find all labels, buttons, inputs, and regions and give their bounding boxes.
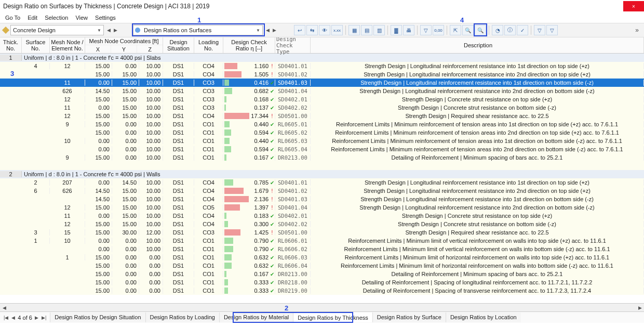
ratio-bar: [224, 188, 244, 194]
tool-icon[interactable]: ▦: [348, 25, 360, 35]
header-type[interactable]: Design Check Type: [275, 37, 311, 53]
table-row[interactable]: 115.000.000.00DS1CO10.632✔RL0606.03Reinf…: [0, 253, 644, 262]
filter-icon[interactable]: ▽: [420, 25, 432, 35]
chevron-down-icon: ▼: [97, 28, 101, 33]
table-row[interactable]: 915.000.0010.00DS1CO10.440✔RL0605.01Rein…: [0, 120, 644, 128]
ratio-value: 0.137: [226, 105, 270, 111]
cell-ratio: 0.790✔: [223, 238, 275, 244]
info-icon[interactable]: ⓘ: [504, 25, 516, 35]
result-combo[interactable]: Design Ratios on Surfaces ▼: [133, 25, 263, 35]
header-ratio[interactable]: Design Check Ratio η [--]: [223, 37, 275, 53]
table-row[interactable]: 1215.0015.0010.00DS1CO417.344!SD0501.00S…: [0, 112, 644, 120]
tool-icon[interactable]: ▥: [373, 25, 385, 35]
scroll-left-icon[interactable]: ◀: [0, 305, 8, 310]
table-row[interactable]: 15.0015.0010.00DS1CO41.505!SD0401.02Stre…: [0, 70, 644, 79]
table-row[interactable]: 14.5015.0010.00DS1CO42.136!SD0401.03Stre…: [0, 195, 644, 203]
header-surface[interactable]: Surface No.: [22, 37, 50, 53]
tool-icon[interactable]: ✓: [517, 25, 528, 35]
filter-icon[interactable]: ▽: [534, 25, 545, 35]
header-load[interactable]: Loading No.: [194, 37, 223, 53]
header-ds[interactable]: Design Situation: [163, 37, 194, 53]
ratio-value: 1.505: [242, 71, 270, 77]
header-mesh[interactable]: Mesh Node / Element No.: [50, 37, 85, 53]
table-row[interactable]: 15.000.000.00DS1CO10.333✔DR0218.00Detail…: [0, 278, 644, 286]
filter-icon[interactable]: ▽: [546, 25, 558, 35]
tool-icon[interactable]: 👁: [319, 25, 330, 35]
cell-z: 10.00: [139, 96, 163, 102]
table-row[interactable]: 1100.000.0010.00DS1CO10.790✔RL0606.01Rei…: [0, 237, 644, 245]
tool-icon[interactable]: x.xx: [331, 25, 343, 35]
table-row[interactable]: 915.000.0010.00DS1CO10.167✔DR0213.00Deta…: [0, 153, 644, 162]
print-icon[interactable]: 🖶: [403, 25, 414, 35]
table-row[interactable]: 41215.000.0010.00DS1CO41.160!SD0401.01St…: [0, 62, 644, 70]
menu-selection[interactable]: Selection: [42, 14, 71, 22]
menu-edit[interactable]: Edit: [24, 14, 41, 22]
scroll-right-icon[interactable]: ▶: [636, 305, 644, 310]
table-row[interactable]: 15.000.000.00DS1CO10.167✔DR0213.00Detail…: [0, 270, 644, 278]
table-row[interactable]: 110.0015.0010.00DS1CO30.137✔SD0402.02Str…: [0, 103, 644, 112]
menubar: Go ToEditSelectionViewSettings: [0, 12, 644, 23]
ratio-bar: [224, 138, 230, 144]
table-row[interactable]: 0.000.0010.00DS1CO10.790✔RL0606.02Reinfo…: [0, 245, 644, 253]
tab-design-ratios-by-location[interactable]: Design Ratios by Location: [446, 312, 521, 322]
menu-settings[interactable]: Settings: [92, 14, 119, 22]
group-row[interactable]: 2Uniform | d : 8.0 in | 1 - Concrete f'c…: [0, 170, 644, 178]
cell-load: CO3: [194, 96, 223, 102]
table-row[interactable]: 1215.0015.0010.00DS1CO51.397!SD0401.04St…: [0, 203, 644, 212]
table-row[interactable]: 0.000.0010.00DS1CO10.594✔RL0605.04Reinfo…: [0, 145, 644, 153]
tool-icon[interactable]: ⇱: [450, 25, 461, 35]
header-desc[interactable]: Description: [311, 37, 644, 53]
table-row[interactable]: 31515.0030.0012.00DS1CO31.425!SD0501.00S…: [0, 228, 644, 237]
pager-first-icon[interactable]: |◀: [3, 315, 9, 320]
tool-icon[interactable]: ↩: [294, 25, 305, 35]
toolbar-overflow-icon[interactable]: »: [635, 27, 641, 34]
cell-z: 0.00: [139, 271, 163, 277]
table-row[interactable]: 110.0015.0010.00DS1CO30.416✔SD0401.03Str…: [0, 79, 644, 87]
module-combo[interactable]: Concrete Design ▼: [10, 25, 104, 35]
search-plus-icon[interactable]: 🔍: [475, 25, 486, 35]
group-row[interactable]: 1Uniform | d : 8.0 in | 1 - Concrete f'c…: [0, 54, 644, 62]
cell-desc: Strength Design | Longitudinal reinforce…: [311, 204, 644, 211]
tab-design-ratios-by-thickness[interactable]: Design Ratios by Thickness: [293, 312, 372, 322]
table-row[interactable]: 662614.5015.0010.00DS1CO41.679!SD0401.02…: [0, 187, 644, 195]
cell-desc: Reinforcement Limits | Minimum limit of …: [311, 263, 644, 269]
table-row[interactable]: 100.000.0010.00DS1CO10.440✔RL0605.03Rein…: [0, 137, 644, 145]
tool-icon[interactable]: ▓: [391, 25, 402, 35]
tab-design-ratios-by-design-situation[interactable]: Design Ratios by Design Situation: [50, 312, 145, 322]
cell-x: 0.00: [85, 238, 112, 244]
close-button[interactable]: ×: [623, 1, 644, 11]
header-z[interactable]: Z: [137, 45, 163, 53]
table-row[interactable]: 15.000.0010.00DS1CO10.594✔RL0605.02Reinf…: [0, 128, 644, 137]
table-row[interactable]: 1215.0015.0010.00DS1CO40.300✔SD0402.02St…: [0, 220, 644, 228]
cell-desc: Strength Design | Longitudinal reinforce…: [311, 63, 644, 69]
search-icon[interactable]: 🔍: [462, 25, 474, 35]
tool-icon[interactable]: ◔: [492, 25, 503, 35]
pager-prev-icon[interactable]: ◀: [11, 315, 16, 320]
grid-body[interactable]: 1Uniform | d : 8.0 in | 1 - Concrete f'c…: [0, 54, 644, 303]
pager-next-icon[interactable]: ▶: [34, 315, 39, 320]
nav-prev-icon[interactable]: ◀: [106, 28, 112, 33]
header-thick[interactable]: Thick. No.: [0, 37, 22, 53]
cell-surface: 1: [22, 238, 50, 244]
table-row[interactable]: 15.000.000.00DS1CO10.333✔DR0219.00Detail…: [0, 286, 644, 295]
tab-design-ratios-by-loading[interactable]: Design Ratios by Loading: [145, 312, 219, 322]
header-y[interactable]: Y: [111, 45, 137, 53]
table-row[interactable]: 15.000.000.00DS1CO10.632✔RL0606.04Reinfo…: [0, 262, 644, 270]
tab-design-ratios-by-surface[interactable]: Design Ratios by Surface: [372, 312, 446, 322]
horizontal-scrollbar[interactable]: ◀ ▶: [0, 303, 644, 311]
tool-icon[interactable]: 0,00: [433, 25, 444, 35]
header-x[interactable]: X: [85, 45, 111, 53]
tab-design-ratios-by-material[interactable]: Design Ratios by Material: [219, 312, 293, 322]
nav-prev-icon[interactable]: ◀: [265, 28, 271, 33]
nav-next-icon[interactable]: ▶: [113, 28, 118, 33]
tool-icon[interactable]: ▤: [361, 25, 372, 35]
pager-last-icon[interactable]: ▶|: [41, 315, 47, 320]
nav-next-icon[interactable]: ▶: [272, 28, 277, 33]
menu-go-to[interactable]: Go To: [2, 14, 23, 22]
table-row[interactable]: 1215.0015.0010.00DS1CO30.168✔SD0402.01St…: [0, 95, 644, 103]
menu-view[interactable]: View: [72, 14, 91, 22]
table-row[interactable]: 22070.0014.5010.00DS1CO40.785✔SD0401.01S…: [0, 178, 644, 187]
table-row[interactable]: 110.0015.0010.00DS1CO40.183✔SD0402.01Str…: [0, 212, 644, 220]
tool-icon[interactable]: ⇆: [306, 25, 318, 35]
table-row[interactable]: 62614.5015.0010.00DS1CO30.682✔SD0401.04S…: [0, 87, 644, 95]
